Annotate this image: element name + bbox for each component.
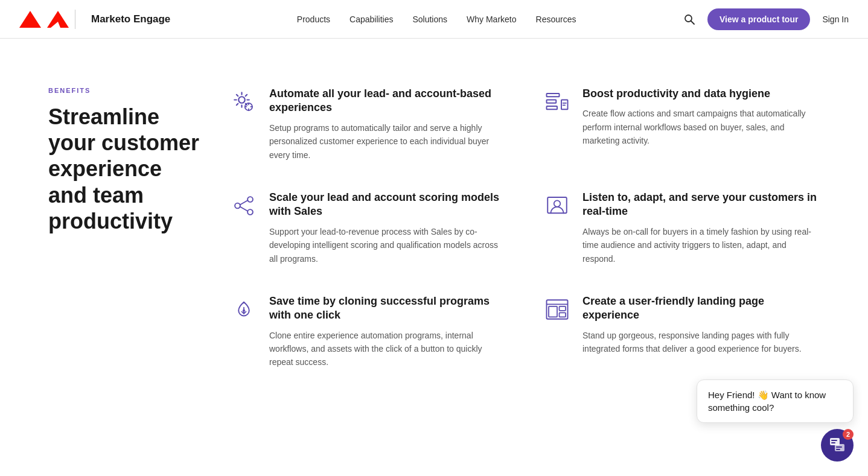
benefit-item-6: Create a user-friendly landing page expe… <box>543 294 820 369</box>
benefit-item-5: Save time by cloning successful programs… <box>229 294 506 369</box>
benefit-text-6: Create a user-friendly landing page expe… <box>582 294 820 356</box>
nav-link-products[interactable]: Products <box>297 14 330 24</box>
nav-link-resources[interactable]: Resources <box>536 14 576 24</box>
svg-rect-6 <box>547 94 560 97</box>
benefit-title-6: Create a user-friendly landing page expe… <box>582 294 820 323</box>
svg-rect-13 <box>547 197 567 213</box>
benefit-desc-2: Create flow actions and smart campaigns … <box>582 107 820 147</box>
person-realtime-icon <box>543 191 572 220</box>
svg-point-14 <box>554 200 561 207</box>
section-heading: Streamline your customer experience and … <box>48 104 205 234</box>
benefit-title-4: Listen to, adapt, and serve your custome… <box>582 191 820 219</box>
nav-item-capabilities[interactable]: Capabilities <box>349 14 393 25</box>
gear-automation-icon <box>229 87 258 116</box>
svg-point-4 <box>238 97 245 103</box>
section-eyebrow: BENEFITS <box>48 87 205 94</box>
left-column: BENEFITS Streamline your customer experi… <box>48 87 229 369</box>
benefit-desc-5: Clone entire experience automation progr… <box>269 329 506 369</box>
benefit-text-5: Save time by cloning successful programs… <box>269 294 506 369</box>
adobe-icon <box>19 11 41 28</box>
benefit-item-2: Boost productivity and data hygiene Crea… <box>543 87 820 162</box>
nav-right: View a product tour Sign In <box>683 8 849 30</box>
clone-icon <box>229 294 258 323</box>
chat-widget: Hey Friend! 👋 Want to know something coo… <box>697 379 854 393</box>
benefit-title-3: Scale your lead and account scoring mode… <box>269 191 506 219</box>
benefit-desc-3: Support your lead-to-revenue process wit… <box>269 225 506 265</box>
scoring-icon <box>229 191 258 220</box>
svg-point-10 <box>235 203 240 209</box>
benefits-grid: Automate all your lead- and account-base… <box>229 87 820 369</box>
benefit-text-1: Automate all your lead- and account-base… <box>269 87 506 162</box>
nav-divider <box>75 10 75 29</box>
product-tour-button[interactable]: View a product tour <box>707 8 810 30</box>
svg-rect-19 <box>560 306 566 311</box>
svg-point-12 <box>247 209 253 215</box>
landing-page-icon <box>543 294 572 323</box>
benefit-desc-6: Stand up gorgeous, responsive landing pa… <box>582 329 820 356</box>
benefit-desc-1: Setup programs to automatically tailor a… <box>269 121 506 162</box>
benefit-text-4: Listen to, adapt, and serve your custome… <box>582 191 820 265</box>
search-icon <box>683 13 695 25</box>
svg-line-3 <box>691 21 694 24</box>
svg-point-15 <box>243 309 245 312</box>
nav-item-solutions[interactable]: Solutions <box>412 14 447 25</box>
nav-link-why-marketo[interactable]: Why Marketo <box>467 14 516 24</box>
adobe-a-icon <box>47 11 69 28</box>
nav-logo: Marketo Engage <box>19 10 170 29</box>
chat-bubble-message: Hey Friend! 👋 Want to know something coo… <box>697 379 854 393</box>
search-button[interactable] <box>683 13 695 25</box>
benefit-desc-4: Always be on-call for buyers in a timely… <box>582 225 820 265</box>
nav-item-why-marketo[interactable]: Why Marketo <box>467 14 516 25</box>
navbar: Marketo Engage Products Capabilities Sol… <box>0 0 868 39</box>
svg-rect-20 <box>560 313 566 317</box>
benefit-item-1: Automate all your lead- and account-base… <box>229 87 506 162</box>
data-hygiene-icon <box>543 87 572 116</box>
benefit-item-3: Scale your lead and account scoring mode… <box>229 191 506 265</box>
nav-link-solutions[interactable]: Solutions <box>412 14 447 24</box>
svg-rect-7 <box>547 100 557 103</box>
main-content: BENEFITS Streamline your customer experi… <box>0 39 868 393</box>
nav-link-capabilities[interactable]: Capabilities <box>349 14 393 24</box>
benefit-item-4: Listen to, adapt, and serve your custome… <box>543 191 820 265</box>
svg-point-11 <box>247 197 253 202</box>
benefit-text-3: Scale your lead and account scoring mode… <box>269 191 506 265</box>
benefit-title-2: Boost productivity and data hygiene <box>582 87 820 101</box>
nav-item-resources[interactable]: Resources <box>536 14 576 25</box>
benefit-title-5: Save time by cloning successful programs… <box>269 294 506 323</box>
benefit-text-2: Boost productivity and data hygiene Crea… <box>582 87 820 148</box>
nav-links: Products Capabilities Solutions Why Mark… <box>190 14 683 25</box>
svg-rect-8 <box>547 106 558 109</box>
svg-rect-18 <box>549 306 557 317</box>
signin-link[interactable]: Sign In <box>822 14 849 24</box>
nav-brand: Marketo Engage <box>91 13 170 25</box>
nav-item-products[interactable]: Products <box>297 14 330 25</box>
svg-marker-0 <box>19 11 41 28</box>
benefit-title-1: Automate all your lead- and account-base… <box>269 87 506 115</box>
